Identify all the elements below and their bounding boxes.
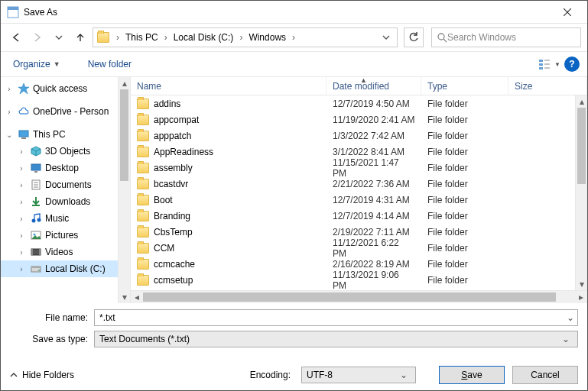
cancel-button[interactable]: Cancel (512, 366, 578, 384)
search-icon (437, 32, 447, 43)
savetype-combo[interactable]: Text Documents (*.txt) ⌄ (94, 331, 578, 347)
refresh-button[interactable] (404, 27, 424, 47)
file-date: 12/7/2019 4:14 AM (326, 211, 421, 221)
address-dropdown[interactable] (377, 28, 395, 47)
back-button[interactable] (7, 28, 25, 47)
tree-scrollbar[interactable]: ▴▾ (118, 77, 130, 303)
breadcrumb-item[interactable]: Local Disk (C:) (171, 29, 237, 46)
tree-label: 3D Objects (45, 146, 90, 157)
tree-item[interactable]: ›Quick access (1, 80, 130, 97)
file-row[interactable]: apppatch1/3/2022 7:42 AMFile folder (131, 128, 587, 144)
chevron-icon[interactable]: › (113, 32, 122, 43)
tree-twisty[interactable]: › (16, 231, 27, 240)
file-row[interactable]: Branding12/7/2019 4:14 AMFile folder (131, 208, 587, 224)
address-bar[interactable]: › This PC › Local Disk (C:) › Windows › (93, 27, 398, 47)
list-scrollbar-vertical[interactable]: ▴▾ (575, 95, 587, 290)
file-date: 11/13/2021 9:06 PM (326, 270, 421, 291)
new-folder-button[interactable]: New folder (83, 56, 136, 73)
tree-twisty[interactable]: › (4, 108, 15, 116)
file-type: File folder (421, 259, 508, 270)
tree-twisty[interactable]: › (4, 85, 15, 93)
save-button[interactable]: Save (439, 366, 505, 384)
search-input[interactable] (447, 32, 576, 43)
tree-item[interactable]: ›OneDrive - Person (1, 103, 130, 120)
nav-tree[interactable]: ›Quick access›OneDrive - Person⌄This PC›… (1, 77, 131, 303)
view-mode-button[interactable]: ▼ (538, 55, 561, 73)
up-button[interactable] (71, 28, 89, 47)
folder-icon (137, 243, 149, 254)
file-type: File folder (421, 99, 508, 109)
tree-icon (18, 128, 30, 141)
file-row[interactable]: bcastdvr2/21/2022 7:36 AMFile folder (131, 176, 587, 192)
tree-twisty[interactable]: › (16, 198, 27, 206)
folder-icon (137, 259, 149, 270)
file-name: addins (154, 99, 180, 109)
breadcrumb-item[interactable]: This PC (122, 29, 161, 46)
tree-icon (30, 229, 42, 241)
breadcrumb-item[interactable]: Windows (245, 29, 289, 46)
svg-point-32 (38, 270, 40, 271)
organize-menu[interactable]: Organize ▼ (8, 56, 65, 73)
column-name[interactable]: Name (131, 77, 326, 95)
tree-twisty[interactable]: ⌄ (4, 131, 15, 139)
column-type[interactable]: Type (421, 77, 508, 95)
tree-item[interactable]: ›3D Objects (1, 143, 130, 160)
tree-item[interactable]: ›Downloads (1, 193, 130, 210)
chevron-icon[interactable]: › (161, 32, 171, 43)
file-row[interactable]: ccmsetup11/13/2021 9:06 PMFile folder (131, 272, 587, 288)
tree-item[interactable]: ›Documents (1, 176, 130, 193)
file-date: 12/7/2019 4:31 AM (326, 195, 421, 205)
tree-item[interactable]: ›Pictures (1, 227, 130, 244)
filename-dropdown[interactable]: ⌄ (564, 312, 577, 323)
filename-field[interactable]: ⌄ (94, 309, 578, 326)
tree-twisty[interactable]: › (16, 215, 27, 223)
file-name: bcastdvr (154, 179, 188, 189)
tree-item[interactable]: ›Desktop (1, 160, 130, 176)
filename-input[interactable] (95, 312, 564, 323)
help-button[interactable]: ? (564, 57, 580, 72)
tree-twisty[interactable]: › (16, 147, 27, 156)
file-row[interactable]: Boot12/7/2019 4:31 AMFile folder (131, 192, 587, 208)
tree-twisty[interactable]: › (16, 248, 27, 257)
folder-icon[interactable] (95, 29, 112, 46)
file-name: appcompat (154, 115, 199, 125)
file-row[interactable]: addins12/7/2019 4:50 AMFile folder (131, 95, 587, 111)
svg-marker-12 (18, 83, 29, 94)
file-name: ccmsetup (154, 275, 193, 286)
tree-item[interactable]: ›Videos (1, 244, 130, 260)
tree-twisty[interactable]: › (16, 181, 27, 189)
filename-label: File name: (10, 312, 94, 323)
svg-rect-8 (539, 67, 543, 69)
folder-icon (137, 211, 149, 221)
file-row[interactable]: appcompat11/19/2020 2:41 AMFile folder (131, 111, 587, 128)
tree-item[interactable]: ›Music (1, 210, 130, 227)
column-date[interactable]: Date modified (326, 77, 421, 95)
file-row[interactable]: assembly11/15/2021 1:47 PMFile folder (131, 160, 587, 176)
recent-dropdown[interactable] (50, 28, 68, 47)
folder-icon (137, 227, 149, 238)
search-box[interactable] (431, 27, 581, 47)
file-name: CbsTemp (154, 227, 193, 238)
file-row[interactable]: CCM11/12/2021 6:22 PMFile folder (131, 240, 587, 256)
tree-twisty[interactable]: › (16, 164, 27, 173)
file-type: File folder (421, 179, 508, 189)
svg-point-4 (438, 34, 444, 40)
tree-twisty[interactable]: › (16, 265, 27, 273)
forward-button[interactable] (28, 28, 47, 47)
list-scrollbar-horizontal[interactable]: ◂▸ (131, 290, 587, 303)
tree-item[interactable]: ⌄This PC (1, 126, 130, 143)
svg-rect-13 (19, 131, 28, 137)
tree-label: Documents (45, 179, 92, 190)
chevron-icon[interactable]: › (236, 32, 245, 43)
tree-label: This PC (33, 129, 66, 140)
encoding-combo[interactable]: UTF-8 ⌄ (301, 367, 416, 383)
hide-folders-button[interactable]: Hide Folders (10, 370, 74, 380)
chevron-icon[interactable]: › (289, 32, 298, 43)
column-size[interactable]: Size (508, 77, 587, 95)
file-list: ▲ Name Date modified Type Size addins12/… (131, 77, 587, 303)
close-button[interactable] (552, 2, 583, 23)
tree-label: OneDrive - Person (33, 106, 109, 117)
tree-item[interactable]: ›Local Disk (C:) (1, 260, 130, 277)
folder-icon (137, 147, 149, 157)
tree-icon (30, 196, 42, 208)
